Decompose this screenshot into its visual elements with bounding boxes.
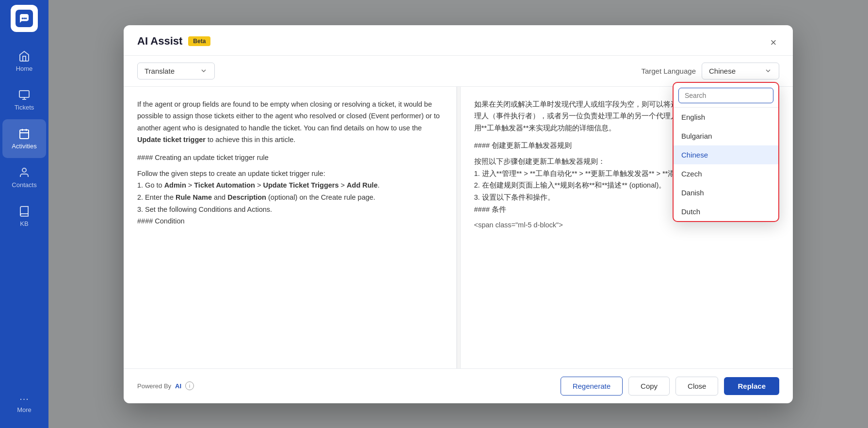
left-content-heading1: #### Creating an update ticket trigger r… <box>137 152 443 164</box>
sidebar-home-label: Home <box>16 65 33 72</box>
svg-point-9 <box>22 168 26 172</box>
logo <box>11 5 38 32</box>
translate-dropdown[interactable]: Translate <box>137 63 215 79</box>
svg-rect-5 <box>20 130 29 139</box>
modal-header: AI Assist Beta × <box>124 25 793 56</box>
modal-footer: Powered By AI i Regenerate Copy Close Re… <box>124 368 793 403</box>
sidebar-item-contacts[interactable]: Contacts <box>2 158 46 197</box>
sidebar-kb-label: KB <box>20 220 28 227</box>
sidebar-item-more[interactable]: ··· More <box>2 388 46 418</box>
language-option-czech[interactable]: Czech <box>674 164 778 183</box>
language-option-dutch[interactable]: Dutch <box>674 202 778 221</box>
translate-label: Translate <box>145 67 175 75</box>
svg-point-2 <box>23 17 25 19</box>
left-content-step3: 3. Set the following Conditions and Acti… <box>137 204 443 216</box>
language-option-english[interactable]: English <box>674 108 778 127</box>
left-content-step1: 1. Go to Admin > Ticket Automation > Upd… <box>137 179 443 191</box>
modal-toolbar: Translate Target Language Chinese <box>124 56 793 87</box>
sidebar-item-tickets[interactable]: Tickets <box>2 80 46 119</box>
sidebar-item-activities[interactable]: Activities <box>2 119 46 158</box>
sidebar-tickets-label: Tickets <box>15 104 34 111</box>
svg-rect-4 <box>19 91 29 97</box>
sidebar: Home Tickets Activities Contacts KB ··· <box>0 0 48 428</box>
language-dropdown-trigger[interactable]: Chinese <box>702 63 779 79</box>
language-option-chinese[interactable]: Chinese <box>674 145 778 164</box>
beta-badge: Beta <box>188 36 210 46</box>
language-dropdown-popup: English Bulgarian Chinese Czech Danish <box>673 82 779 222</box>
left-content-step2: 2. Enter the Rule Name and Description (… <box>137 191 443 204</box>
svg-point-1 <box>22 17 24 19</box>
close-button[interactable]: × <box>766 35 781 50</box>
language-search-box <box>674 83 778 108</box>
sidebar-activities-label: Activities <box>12 143 36 150</box>
info-icon[interactable]: i <box>185 381 194 390</box>
language-option-danish[interactable]: Danish <box>674 183 778 202</box>
footer-actions: Regenerate Copy Close Replace <box>561 377 779 396</box>
left-content-text: If the agent or group fields are found t… <box>137 98 443 146</box>
svg-point-3 <box>25 17 27 19</box>
ai-assist-modal: AI Assist Beta × Translate Target Langua… <box>124 25 793 403</box>
ai-label: AI <box>175 382 181 390</box>
replace-button[interactable]: Replace <box>724 377 779 395</box>
sidebar-contacts-label: Contacts <box>12 181 36 189</box>
target-language-label: Target Language <box>641 67 696 75</box>
language-list: English Bulgarian Chinese Czech Danish <box>674 108 778 221</box>
sidebar-item-kb[interactable]: KB <box>2 197 46 236</box>
sidebar-more-label: More <box>17 406 32 413</box>
close-modal-button[interactable]: Close <box>675 377 718 396</box>
regenerate-button[interactable]: Regenerate <box>561 377 623 396</box>
content-divider <box>457 87 461 368</box>
copy-button[interactable]: Copy <box>628 377 670 396</box>
language-search-input[interactable] <box>678 88 773 103</box>
modal-title: AI Assist <box>137 35 182 48</box>
left-content-heading2: #### Condition <box>137 215 443 227</box>
powered-by: Powered By AI i <box>137 381 194 390</box>
modal-overlay: AI Assist Beta × Translate Target Langua… <box>48 0 868 428</box>
selected-language: Chinese <box>709 67 736 75</box>
sidebar-item-home[interactable]: Home <box>2 42 46 80</box>
left-content-pane: If the agent or group fields are found t… <box>124 87 457 368</box>
language-option-bulgarian[interactable]: Bulgarian <box>674 127 778 145</box>
powered-by-label: Powered By <box>137 382 171 390</box>
left-content-steps-intro: Follow the given steps to create an upda… <box>137 168 443 180</box>
